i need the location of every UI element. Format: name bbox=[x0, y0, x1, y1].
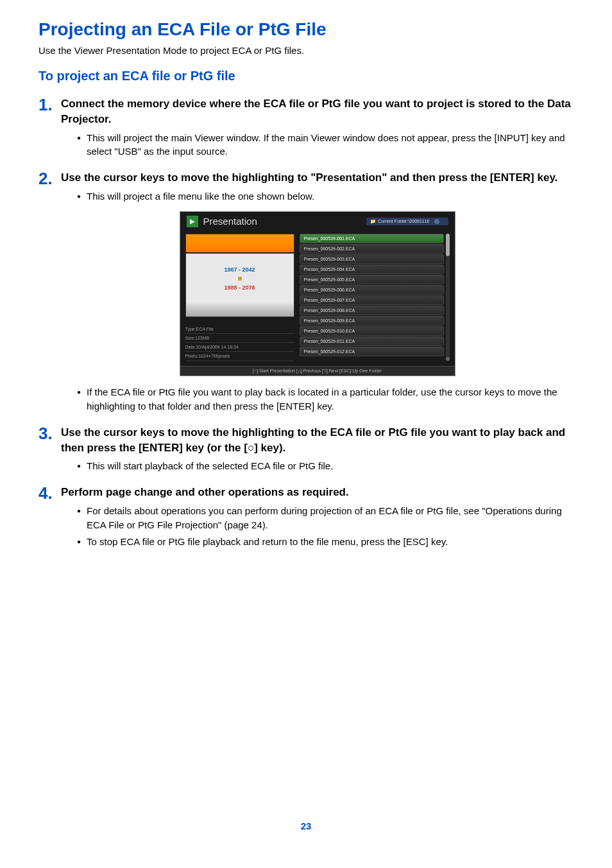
folder-icon: 📁 bbox=[370, 219, 376, 224]
step-number-3: 3. bbox=[38, 425, 61, 442]
step-2-after-bullet-1: If the ECA file or PtG file you want to … bbox=[77, 385, 574, 413]
ss-footer-hints: [○]:Start Presentation [△]:Previous [▽]:… bbox=[180, 366, 455, 376]
file-item[interactable]: Presen_060529-004.ECA bbox=[300, 265, 444, 274]
step-1: 1. Connect the memory device where the E… bbox=[38, 96, 574, 161]
preview-thumbnail: 1967 - 2042 1988 - 2076 bbox=[185, 234, 294, 317]
step-1-heading: Connect the memory device where the ECA … bbox=[61, 96, 574, 127]
step-1-bullet-1: This will project the main Viewer window… bbox=[77, 131, 574, 159]
ss-title: Presentation bbox=[203, 216, 367, 227]
meta-pixels: Pixels:1024×768pixels bbox=[185, 352, 294, 361]
step-2-heading: Use the cursor keys to move the highligh… bbox=[61, 170, 574, 186]
meta-date: Date:10/Apl/2009 14:18:34 bbox=[185, 343, 294, 352]
step-number-2: 2. bbox=[38, 170, 61, 187]
scrollbar[interactable] bbox=[446, 234, 450, 361]
file-item[interactable]: Presen_060529-005.ECA bbox=[300, 275, 444, 284]
meta-size: Size:123MB bbox=[185, 334, 294, 343]
file-list: Presen_060529-001.ECA Presen_060529-002.… bbox=[300, 234, 444, 361]
meta-type: Type:ECA File bbox=[185, 325, 294, 334]
step-4-bullet-1: For details about operations you can per… bbox=[77, 504, 574, 532]
step-3: 3. Use the cursor keys to move the highl… bbox=[38, 425, 574, 476]
file-item[interactable]: Presen_060529-007.ECA bbox=[300, 295, 444, 305]
step-4: 4. Perform page change and other operati… bbox=[38, 485, 574, 551]
file-item[interactable]: Presen_060529-001.ECA bbox=[300, 234, 444, 243]
file-menu-screenshot: ▶ Presentation 📁 Current Folder:\2009111… bbox=[180, 211, 455, 377]
file-item[interactable]: Presen_060529-010.ECA bbox=[300, 326, 444, 336]
folder-arrow-icon bbox=[434, 219, 439, 224]
file-item[interactable]: Presen_060529-011.ECA bbox=[300, 336, 444, 346]
file-item[interactable]: Presen_060529-006.ECA bbox=[300, 285, 444, 295]
current-folder-badge: 📁 Current Folder:\20091116 bbox=[366, 218, 448, 225]
file-item[interactable]: Presen_060529-009.ECA bbox=[300, 316, 444, 326]
intro-text: Use the Viewer Presentation Mode to proj… bbox=[38, 45, 574, 56]
step-3-bullet-1: This will start playback of the selected… bbox=[77, 459, 574, 473]
preview-year-1: 1967 - 2042 bbox=[224, 266, 255, 273]
scroll-end-icon bbox=[446, 357, 450, 361]
main-title: Projecting an ECA File or PtG File bbox=[38, 19, 574, 40]
step-4-bullet-2: To stop ECA file or PtG file playback an… bbox=[77, 535, 574, 549]
file-item[interactable]: Presen_060529-008.ECA bbox=[300, 306, 444, 315]
file-item[interactable]: Presen_060529-012.ECA bbox=[300, 347, 444, 356]
sub-title: To project an ECA file or PtG file bbox=[38, 69, 574, 83]
file-meta: Type:ECA File Size:123MB Date:10/Apl/200… bbox=[185, 325, 294, 361]
file-item[interactable]: Presen_060529-003.ECA bbox=[300, 254, 444, 264]
step-number-4: 4. bbox=[38, 485, 61, 501]
file-item[interactable]: Presen_060529-002.ECA bbox=[300, 244, 444, 254]
preview-year-2: 1988 - 2076 bbox=[224, 284, 255, 291]
step-4-heading: Perform page change and other operations… bbox=[61, 485, 574, 500]
step-3-heading: Use the cursor keys to move the highligh… bbox=[61, 425, 574, 456]
page-number: 23 bbox=[38, 820, 574, 831]
step-number-1: 1. bbox=[38, 96, 61, 113]
presentation-icon: ▶ bbox=[187, 216, 198, 227]
step-2-bullet-1: This will project a file menu like the o… bbox=[77, 189, 574, 204]
scroll-thumb[interactable] bbox=[446, 234, 450, 256]
step-2: 2. Use the cursor keys to move the highl… bbox=[38, 170, 574, 416]
